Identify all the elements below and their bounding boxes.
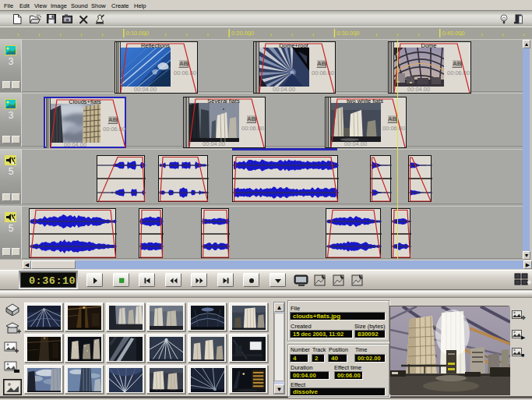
svg-text:0:10.000: 0:10.000 xyxy=(126,30,149,37)
svg-text:0:30.000: 0:30.000 xyxy=(336,30,359,37)
svg-text:0:20.000: 0:20.000 xyxy=(231,30,254,37)
svg-text:0:40.000: 0:40.000 xyxy=(442,30,465,37)
